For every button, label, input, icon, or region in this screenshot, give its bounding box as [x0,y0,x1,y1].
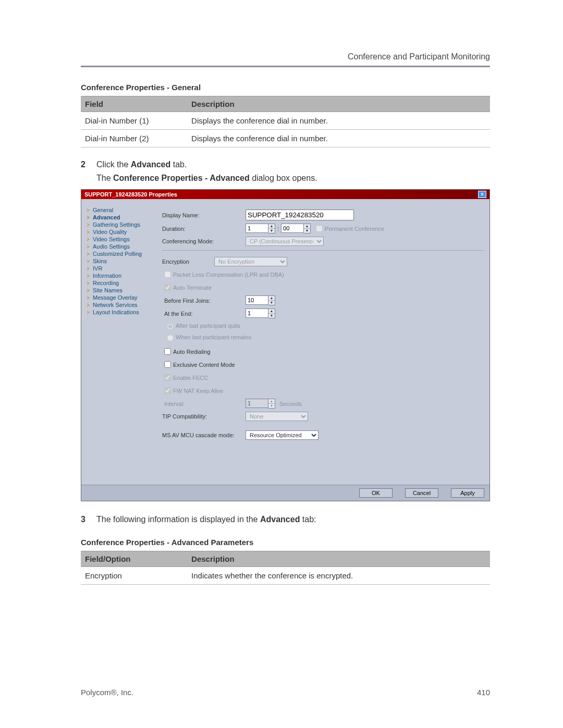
sidebar-item-label: Network Services [93,302,138,308]
footer-left: Polycom®, Inc. [81,688,133,697]
chevron-right-icon: > [87,244,91,250]
sidebar-item-video-quality[interactable]: >Video Quality [87,228,157,236]
table1-col-desc: Description [187,96,490,112]
spin-down-icon: ▼ [268,404,275,408]
permanent-conference-checkbox [316,225,323,232]
footer-page-number: 410 [477,688,490,697]
display-name-input[interactable] [246,209,354,220]
sidebar-item-label: Recording [93,280,119,286]
sidebar-item-label: Site Names [93,287,123,293]
ok-button[interactable]: OK [359,488,393,498]
spin-down-icon[interactable]: ▼ [268,301,275,305]
label-tip: TIP Compatibility: [162,413,246,419]
chevron-right-icon: > [87,215,91,220]
table-row: Dial-in Number (1) Displays the conferen… [81,112,490,130]
spin-up-icon[interactable]: ▲ [268,224,275,229]
dialog-sidebar: >General>Advanced>Gathering Settings>Vid… [87,206,157,479]
sidebar-item-customized-polling[interactable]: >Customized Polling [87,250,157,257]
sidebar-item-message-overlay[interactable]: >Message Overlay [87,294,157,301]
exclusive-content-checkbox[interactable] [164,361,171,368]
chevron-right-icon: > [87,310,91,315]
duration-minutes-stepper[interactable]: ▲▼ [281,224,311,233]
dialog-titlebar: SUPPORT_1924283520 Properties x [81,190,489,199]
sidebar-item-label: Customized Polling [93,251,142,257]
label-permanent: Permanent Conference [325,226,384,232]
sidebar-item-advanced[interactable]: >Advanced [87,214,157,221]
divider [162,250,484,251]
properties-dialog: SUPPORT_1924283520 Properties x >General… [81,189,490,501]
table2-title: Conference Properties - Advanced Paramet… [81,538,490,547]
duration-hours-stepper[interactable]: ▲▼ [246,224,275,233]
spin-down-icon[interactable]: ▼ [304,229,310,233]
dialog-form: Display Name: Duration: ▲▼ : ▲▼ Per [162,206,484,479]
table-general: Field Description Dial-in Number (1) Dis… [81,96,490,147]
label-interval: Interval: [164,401,246,407]
auto-terminate-checkbox [164,284,171,291]
sidebar-item-network-services[interactable]: >Network Services [87,301,157,309]
label-ms-av: MS AV MCU cascade mode: [162,432,246,438]
apply-button[interactable]: Apply [451,488,484,498]
chevron-right-icon: > [87,280,91,286]
header-rule [81,66,490,67]
chevron-right-icon: > [87,229,91,235]
sidebar-item-label: IVR [93,265,102,272]
dialog-title: SUPPORT_1924283520 Properties [84,191,177,198]
sidebar-item-layout-indications[interactable]: >Layout Indications [87,309,157,316]
spin-down-icon[interactable]: ▼ [268,314,275,318]
step-2-line2: The Conference Properties - Advanced dia… [96,174,490,183]
sidebar-item-ivr[interactable]: >IVR [87,265,157,272]
label-display-name: Display Name: [162,212,246,218]
label-at-end: At the End: [164,311,246,317]
before-first-stepper[interactable]: ▲▼ [246,295,275,305]
enable-fecc-checkbox [164,374,171,381]
dialog-button-bar: OK Cancel Apply [81,485,489,501]
table-row: Encryption Indicates whether the confere… [81,567,490,585]
chevron-right-icon: > [87,251,91,257]
close-icon[interactable]: x [478,191,486,198]
plc-checkbox [164,271,171,278]
sidebar-item-site-names[interactable]: >Site Names [87,287,157,294]
at-end-stepper[interactable]: ▲▼ [246,309,275,318]
interval-stepper: ▲▼ [246,399,275,409]
step-3: 3 The following information is displayed… [81,515,490,524]
chevron-right-icon: > [87,302,91,308]
ms-av-mcu-select[interactable]: Resource Optimized [246,430,319,440]
step-2: 2 Click the Advanced tab. [81,160,490,169]
label-encryption: Encryption [162,258,214,265]
spin-up-icon[interactable]: ▲ [304,224,310,229]
sidebar-item-information[interactable]: >Information [87,272,157,279]
conferencing-mode-select: CP (Continuous Presence) [246,237,324,246]
when-last-remains-radio [167,335,174,341]
label-duration: Duration: [162,226,246,232]
sidebar-item-label: Video Settings [93,236,130,242]
sidebar-item-label: Skins [93,258,107,264]
fw-nat-checkbox [164,387,171,394]
sidebar-item-label: Layout Indications [93,309,139,315]
table2-col-field: Field/Option [81,551,187,567]
table-row: Dial-in Number (2) Displays the conferen… [81,130,490,147]
sidebar-item-gathering-settings[interactable]: >Gathering Settings [87,221,157,228]
sidebar-item-audio-settings[interactable]: >Audio Settings [87,243,157,250]
page-header-right: Conference and Participant Monitoring [81,52,490,61]
chevron-right-icon: > [87,237,91,242]
sidebar-item-label: Information [93,273,121,279]
sidebar-item-label: General [93,207,113,213]
label-auto-term: Auto Terminate [173,285,212,291]
spin-up-icon[interactable]: ▲ [268,309,275,314]
sidebar-item-label: Gathering Settings [93,221,140,228]
spin-down-icon[interactable]: ▼ [268,229,275,233]
sidebar-item-video-settings[interactable]: >Video Settings [87,236,157,243]
spin-up-icon[interactable]: ▲ [268,296,275,301]
tip-compatibility-select: None [246,412,308,421]
sidebar-item-recording[interactable]: >Recording [87,279,157,287]
sidebar-item-label: Message Overlay [93,294,138,301]
sidebar-item-general[interactable]: >General [87,206,157,214]
auto-redialing-checkbox[interactable] [164,348,171,355]
sidebar-item-skins[interactable]: >Skins [87,257,157,265]
chevron-right-icon: > [87,258,91,264]
cancel-button[interactable]: Cancel [405,488,438,498]
table1-col-field: Field [81,96,187,112]
sidebar-item-label: Advanced [93,214,120,220]
encryption-select: No Encryption [214,257,287,266]
after-last-quits-radio [167,323,174,330]
